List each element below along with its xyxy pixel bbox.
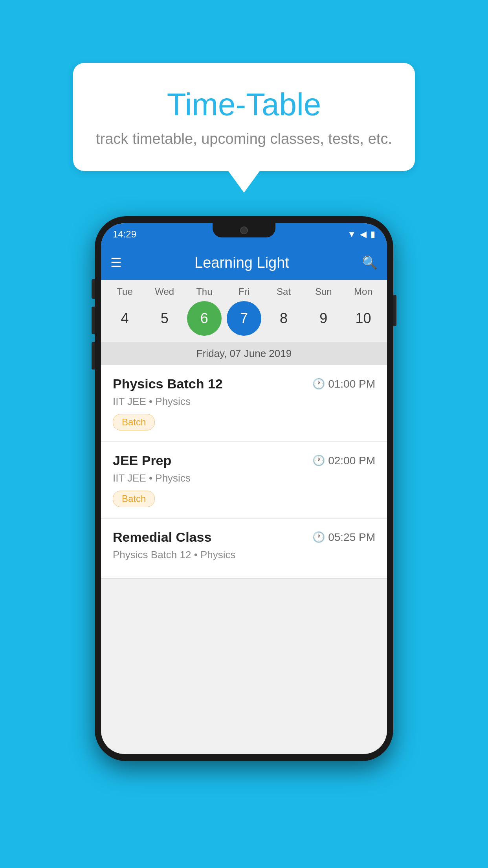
clock-icon-3: 🕐	[312, 531, 325, 543]
day-headers: Tue Wed Thu Fri Sat Sun Mon	[101, 286, 387, 297]
schedule-list: Physics Batch 12 🕐 01:00 PM IIT JEE • Ph…	[101, 365, 387, 579]
schedule-item-1-time: 🕐 01:00 PM	[312, 378, 375, 390]
wifi-icon: ▼	[347, 229, 356, 239]
schedule-item-1[interactable]: Physics Batch 12 🕐 01:00 PM IIT JEE • Ph…	[101, 365, 387, 442]
schedule-item-1-title: Physics Batch 12	[113, 376, 223, 392]
day-header-wed: Wed	[147, 286, 182, 297]
schedule-item-3-sub: Physics Batch 12 • Physics	[113, 549, 375, 561]
day-9[interactable]: 9	[306, 301, 341, 336]
app-title: Learning Light	[122, 254, 362, 271]
schedule-item-2[interactable]: JEE Prep 🕐 02:00 PM IIT JEE • Physics Ba…	[101, 442, 387, 519]
calendar-week: Tue Wed Thu Fri Sat Sun Mon 4 5 6 7 8 9 …	[101, 280, 387, 365]
day-header-mon: Mon	[346, 286, 380, 297]
day-header-sun: Sun	[306, 286, 341, 297]
phone-notch	[213, 223, 275, 237]
menu-icon[interactable]: ☰	[110, 255, 122, 270]
schedule-item-3[interactable]: Remedial Class 🕐 05:25 PM Physics Batch …	[101, 519, 387, 579]
feature-title: Time-Table	[93, 86, 395, 123]
side-button-power	[393, 295, 396, 326]
signal-icon: ◀	[360, 229, 367, 239]
phone-frame: 14:29 ▼ ◀ ▮ ☰ Learning Light 🔍 Tue Wed T…	[95, 216, 393, 761]
phone-mockup: 14:29 ▼ ◀ ▮ ☰ Learning Light 🔍 Tue Wed T…	[95, 216, 393, 761]
day-header-fri: Fri	[227, 286, 261, 297]
side-button-left-1	[92, 279, 95, 299]
phone-screen: 14:29 ▼ ◀ ▮ ☰ Learning Light 🔍 Tue Wed T…	[101, 223, 387, 754]
status-time: 14:29	[113, 229, 136, 240]
schedule-item-2-title: JEE Prep	[113, 453, 171, 468]
schedule-item-1-header: Physics Batch 12 🕐 01:00 PM	[113, 376, 375, 392]
speech-bubble-tail	[228, 171, 260, 193]
batch-badge-2: Batch	[113, 491, 155, 507]
speech-bubble: Time-Table track timetable, upcoming cla…	[73, 63, 415, 171]
clock-icon-1: 🕐	[312, 378, 325, 390]
schedule-item-1-sub: IIT JEE • Physics	[113, 395, 375, 408]
day-header-sat: Sat	[266, 286, 301, 297]
day-header-tue: Tue	[108, 286, 142, 297]
speech-bubble-container: Time-Table track timetable, upcoming cla…	[73, 63, 415, 193]
camera	[240, 226, 248, 234]
day-4[interactable]: 4	[108, 301, 142, 336]
clock-icon-2: 🕐	[312, 454, 325, 467]
selected-date-label: Friday, 07 June 2019	[101, 342, 387, 365]
schedule-item-2-time: 🕐 02:00 PM	[312, 454, 375, 467]
day-numbers: 4 5 6 7 8 9 10	[101, 297, 387, 342]
day-6-today[interactable]: 6	[187, 301, 222, 336]
day-10[interactable]: 10	[346, 301, 380, 336]
schedule-item-2-sub: IIT JEE • Physics	[113, 472, 375, 484]
feature-subtitle: track timetable, upcoming classes, tests…	[93, 131, 395, 147]
schedule-item-2-header: JEE Prep 🕐 02:00 PM	[113, 453, 375, 468]
side-button-volume-down	[92, 342, 95, 370]
schedule-item-3-time: 🕐 05:25 PM	[312, 531, 375, 544]
day-5[interactable]: 5	[147, 301, 182, 336]
app-bar: ☰ Learning Light 🔍	[101, 245, 387, 280]
day-8[interactable]: 8	[266, 301, 301, 336]
side-button-volume-up	[92, 307, 95, 334]
day-7-selected[interactable]: 7	[227, 301, 261, 336]
battery-icon: ▮	[371, 229, 375, 239]
search-icon[interactable]: 🔍	[362, 255, 378, 270]
day-header-thu: Thu	[187, 286, 222, 297]
schedule-item-3-header: Remedial Class 🕐 05:25 PM	[113, 530, 375, 545]
status-icons: ▼ ◀ ▮	[347, 229, 375, 239]
batch-badge-1: Batch	[113, 414, 155, 430]
schedule-item-3-title: Remedial Class	[113, 530, 211, 545]
